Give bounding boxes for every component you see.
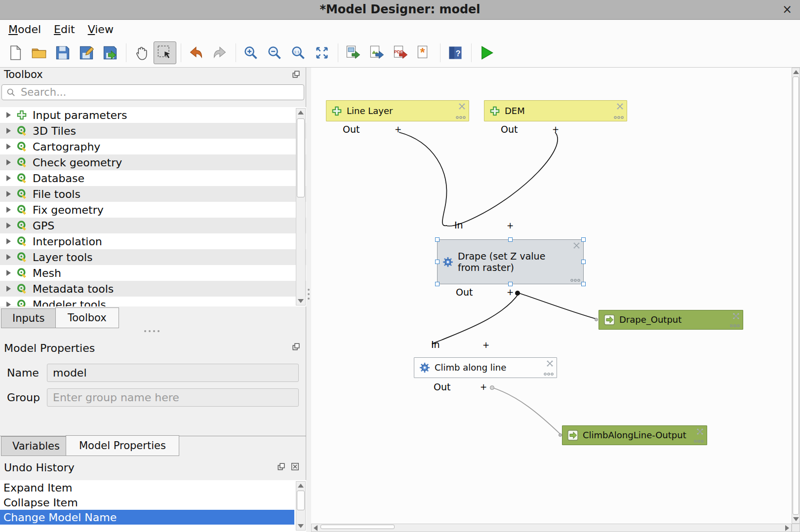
selection-handle[interactable] bbox=[581, 237, 586, 242]
selection-handle[interactable] bbox=[508, 282, 513, 286]
toolbox-item-interpolation[interactable]: Interpolation bbox=[0, 233, 306, 249]
expander-icon[interactable] bbox=[6, 302, 11, 306]
menu-model[interactable]: Model bbox=[2, 22, 47, 37]
comment-dots-icon[interactable] bbox=[456, 116, 466, 119]
expander-icon[interactable] bbox=[6, 175, 11, 181]
model-group-input[interactable] bbox=[47, 388, 299, 407]
splitter-handle[interactable] bbox=[144, 330, 160, 332]
export-as-svg-button[interactable] bbox=[365, 41, 388, 64]
node-dem[interactable]: DEM bbox=[484, 100, 627, 121]
float-panel-icon[interactable] bbox=[292, 71, 300, 78]
comment-dots-icon[interactable] bbox=[570, 279, 580, 282]
export-as-pdf-button[interactable] bbox=[389, 41, 412, 64]
close-panel-icon[interactable] bbox=[291, 463, 299, 470]
delete-node-icon[interactable] bbox=[546, 360, 554, 367]
float-panel-icon[interactable] bbox=[292, 343, 300, 350]
expander-icon[interactable] bbox=[6, 286, 11, 292]
tab-model-properties[interactable]: Model Properties bbox=[66, 435, 179, 456]
comment-dots-icon[interactable] bbox=[730, 324, 740, 327]
save-model-button[interactable] bbox=[51, 41, 74, 64]
selection-handle[interactable] bbox=[435, 260, 440, 264]
expander-icon[interactable] bbox=[6, 128, 11, 134]
float-panel-icon[interactable] bbox=[278, 463, 285, 470]
redo-button[interactable] bbox=[208, 41, 231, 64]
drape-output-in-socket[interactable] bbox=[595, 318, 598, 321]
canvas-horizontal-scrollbar[interactable] bbox=[311, 524, 792, 532]
expander-icon[interactable] bbox=[6, 112, 11, 118]
zoom-actual-button[interactable] bbox=[287, 41, 310, 64]
tab-toolbox[interactable]: Toolbox bbox=[55, 307, 119, 328]
new-model-button[interactable] bbox=[4, 41, 27, 64]
toolbox-item-input-parameters[interactable]: Input parameters bbox=[0, 107, 306, 123]
expander-icon[interactable] bbox=[6, 144, 11, 150]
export-as-image-button[interactable] bbox=[342, 41, 364, 64]
scroll-down-arrow[interactable] bbox=[792, 515, 800, 523]
scroll-right-arrow[interactable] bbox=[783, 524, 791, 532]
scroll-up-arrow[interactable] bbox=[296, 109, 305, 116]
toolbox-item-layer-tools[interactable]: Layer tools bbox=[0, 249, 306, 265]
climb-out-socket[interactable] bbox=[490, 385, 494, 390]
undo-item-change-model-name[interactable]: Change Model Name bbox=[0, 510, 294, 525]
toolbox-item-file-tools[interactable]: File tools bbox=[0, 186, 306, 202]
toolbox-item-cartography[interactable]: Cartography bbox=[0, 139, 306, 154]
tree-scrollbar-thumb[interactable] bbox=[297, 118, 305, 197]
toolbox-item-gps[interactable]: GPS bbox=[0, 218, 306, 233]
toolbox-item-database[interactable]: Database bbox=[0, 170, 306, 186]
drape-out-port[interactable]: + bbox=[507, 287, 514, 297]
toolbox-item-modeler-tools[interactable]: Modeler tools bbox=[0, 297, 306, 306]
canvas-hscroll-thumb[interactable] bbox=[320, 525, 395, 529]
node-drape[interactable]: Drape (set Z value from raster) bbox=[437, 239, 584, 284]
toolbox-item-check-geometry[interactable]: Check geometry bbox=[0, 154, 306, 170]
node-climbalongline-output[interactable]: ClimbAlongLine-Output bbox=[562, 425, 707, 445]
toolbox-item-3d-tiles[interactable]: 3D Tiles bbox=[0, 123, 306, 139]
undo-scrollbar[interactable] bbox=[296, 481, 306, 531]
panel-splitter-handle[interactable] bbox=[308, 289, 310, 300]
comment-dots-icon[interactable] bbox=[614, 116, 624, 119]
expander-icon[interactable] bbox=[6, 238, 11, 244]
toolbox-item-mesh[interactable]: Mesh bbox=[0, 265, 306, 281]
model-name-input[interactable] bbox=[47, 364, 299, 382]
expander-icon[interactable] bbox=[6, 223, 11, 228]
save-model-as-button[interactable] bbox=[75, 41, 98, 64]
climb-output-in-socket[interactable] bbox=[559, 433, 562, 437]
node-line-layer[interactable]: Line Layer bbox=[326, 100, 469, 121]
menu-edit[interactable]: Edit bbox=[47, 22, 81, 37]
comment-dots-icon[interactable] bbox=[544, 373, 554, 376]
run-model-button[interactable] bbox=[475, 41, 498, 64]
open-model-button[interactable] bbox=[28, 41, 50, 64]
save-model-to-project-button[interactable] bbox=[99, 41, 121, 64]
selection-handle[interactable] bbox=[508, 237, 513, 242]
toolbox-item-fix-geometry[interactable]: Fix geometry bbox=[0, 202, 306, 218]
toolbox-item-metadata-tools[interactable]: Metadata tools bbox=[0, 281, 306, 297]
zoom-out-button[interactable] bbox=[263, 41, 286, 64]
node-drape-output[interactable]: Drape_Output bbox=[599, 310, 743, 330]
climb-out-port[interactable]: + bbox=[480, 382, 487, 392]
menu-view[interactable]: View bbox=[81, 22, 120, 37]
selection-handle[interactable] bbox=[435, 237, 440, 242]
expander-icon[interactable] bbox=[6, 191, 11, 197]
scroll-down-arrow[interactable] bbox=[296, 522, 305, 530]
drape-out-socket[interactable] bbox=[515, 291, 520, 296]
delete-node-icon[interactable] bbox=[696, 428, 704, 435]
line-layer-out-port[interactable]: + bbox=[395, 124, 401, 134]
select-items-button[interactable] bbox=[154, 41, 176, 64]
scroll-up-arrow[interactable] bbox=[296, 482, 305, 490]
climb-in-port[interactable]: + bbox=[482, 340, 489, 350]
zoom-in-button[interactable] bbox=[240, 41, 262, 64]
delete-node-icon[interactable] bbox=[458, 103, 466, 110]
delete-node-icon[interactable] bbox=[573, 242, 580, 249]
comment-dots-icon[interactable] bbox=[694, 440, 704, 443]
tab-variables[interactable]: Variables bbox=[1, 436, 71, 456]
drape-in-port[interactable]: + bbox=[507, 221, 514, 230]
undo-item-collapse-item[interactable]: Collapse Item bbox=[0, 495, 294, 510]
help-button[interactable] bbox=[444, 41, 467, 64]
pan-button[interactable] bbox=[130, 41, 153, 64]
dem-out-port[interactable]: + bbox=[552, 124, 559, 134]
scroll-left-arrow[interactable] bbox=[312, 524, 320, 532]
search-input[interactable] bbox=[20, 86, 299, 99]
delete-node-icon[interactable] bbox=[732, 312, 740, 320]
export-as-script-button[interactable] bbox=[413, 41, 436, 64]
selection-handle[interactable] bbox=[581, 260, 586, 264]
delete-node-icon[interactable] bbox=[616, 103, 624, 110]
expander-icon[interactable] bbox=[6, 270, 11, 276]
